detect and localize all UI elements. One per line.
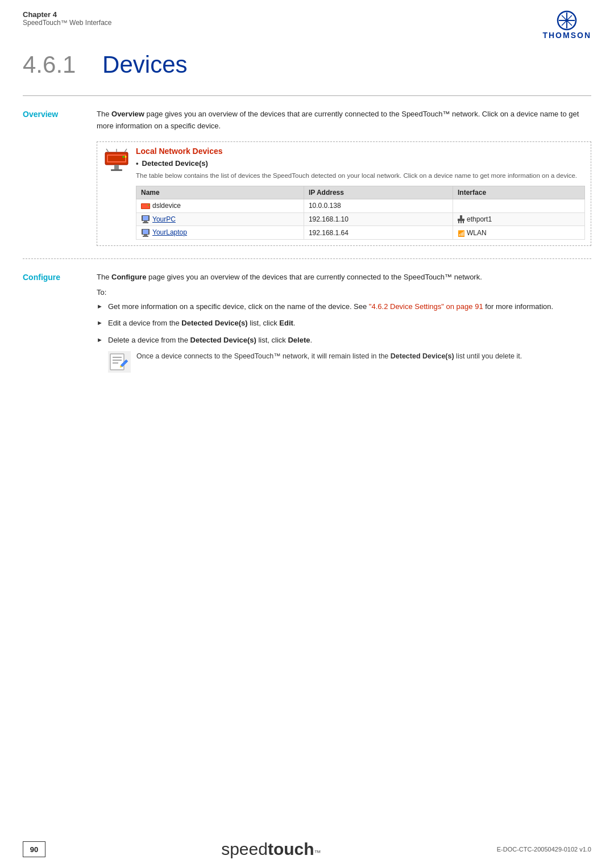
svg-point-4	[123, 156, 125, 157]
device-settings-link[interactable]: "4.6.2 Device Settings" on page 91	[369, 302, 483, 311]
footer-logo: speedtouch™	[221, 840, 321, 859]
bullet-arrow-1: ►	[97, 302, 103, 311]
bullet-text-3: Delete a device from the Detected Device…	[108, 335, 312, 346]
note-text: Once a device connects to the SpeedTouch…	[136, 351, 522, 362]
to-label: To:	[97, 288, 591, 297]
device-table: Name IP Address Interface dsldevice10.0.…	[136, 186, 585, 240]
footer-doc-number: E-DOC-CTC-20050429-0102 v1.0	[497, 846, 591, 853]
svg-point-5	[125, 156, 127, 157]
lnd-content-col: Local Network Devices Detected Device(s)…	[136, 142, 591, 246]
col-name: Name	[136, 186, 304, 199]
device-name-cell[interactable]: YourPC	[136, 212, 304, 226]
bullet-arrow-3: ►	[97, 335, 103, 345]
device-ip-cell: 10.0.0.138	[304, 199, 453, 212]
table-row: YourLaptop192.168.1.64📶WLAN	[136, 226, 585, 240]
svg-point-13	[148, 205, 149, 206]
section-number: 4.6.1	[23, 51, 76, 78]
logo-speed: speed	[221, 840, 268, 859]
svg-rect-16	[144, 221, 147, 222]
lnd-icon-col	[97, 142, 136, 246]
device-name-cell[interactable]: YourLaptop	[136, 226, 304, 240]
chapter-label: Chapter 4	[23, 10, 112, 19]
svg-line-8	[106, 149, 109, 152]
svg-rect-17	[143, 222, 148, 223]
svg-line-10	[125, 149, 127, 152]
lnd-detected-label: Detected Device(s)	[136, 159, 585, 168]
thomson-logo: THOMSON	[542, 10, 591, 40]
svg-rect-3	[108, 156, 125, 161]
table-row: dsldevice10.0.0.138	[136, 199, 585, 212]
lnd-title: Local Network Devices	[136, 147, 585, 156]
device-name-text: dsldevice	[152, 202, 181, 210]
thomson-icon	[557, 10, 577, 31]
device-name-cell: dsldevice	[136, 199, 304, 212]
section-title: 4.6.1 Devices	[23, 51, 591, 78]
lnd-box: Local Network Devices Detected Device(s)…	[97, 141, 591, 247]
device-link[interactable]: YourPC	[152, 215, 176, 223]
svg-rect-7	[111, 169, 122, 171]
col-interface: Interface	[453, 186, 585, 199]
device-interface-cell: ethport1	[453, 212, 585, 226]
lnd-description: The table below contains the list of dev…	[136, 171, 585, 180]
svg-rect-25	[144, 235, 147, 236]
ethernet-icon	[458, 215, 464, 223]
svg-text:📶: 📶	[458, 229, 464, 237]
svg-rect-20	[458, 221, 459, 223]
note-pencil-icon	[109, 352, 130, 372]
svg-rect-15	[143, 216, 148, 220]
svg-rect-6	[114, 165, 119, 169]
svg-rect-26	[143, 236, 148, 237]
interface-label: ethport1	[467, 215, 492, 223]
overview-intro: The Overview page gives you an overview …	[97, 108, 591, 132]
bullet-3: ► Delete a device from the Detected Devi…	[97, 335, 591, 346]
overview-body: The Overview page gives you an overview …	[97, 108, 591, 246]
note-icon	[108, 351, 131, 373]
col-ip: IP Address	[304, 186, 453, 199]
configure-intro: The Configure page gives you an overview…	[97, 272, 591, 283]
logo-touch: touch	[268, 840, 314, 859]
network-devices-icon	[104, 148, 129, 177]
router-icon	[141, 202, 150, 210]
computer-icon	[141, 229, 150, 237]
device-link[interactable]: YourLaptop	[152, 228, 187, 236]
svg-rect-22	[463, 221, 464, 223]
device-interface-cell	[453, 199, 585, 212]
device-interface-cell: 📶WLAN	[453, 226, 585, 240]
page-header: Chapter 4 SpeedTouch™ Web Interface THOM…	[0, 0, 614, 40]
svg-rect-21	[460, 221, 462, 223]
chapter-info: Chapter 4 SpeedTouch™ Web Interface	[23, 10, 112, 27]
bullet-text-1: Get more information on a specific devic…	[108, 301, 553, 312]
overview-section: Overview The Overview page gives you an …	[23, 96, 591, 259]
bullet-1: ► Get more information on a specific dev…	[97, 301, 591, 312]
svg-rect-24	[143, 229, 148, 234]
configure-label: Configure	[23, 272, 97, 373]
main-content: 4.6.1 Devices Overview The Overview page…	[0, 40, 614, 385]
bullet-2: ► Edit a device from the Detected Device…	[97, 318, 591, 329]
wlan-icon: 📶	[458, 229, 464, 237]
computer-icon	[141, 215, 150, 223]
svg-rect-18	[460, 215, 462, 219]
configure-section: Configure The Configure page gives you a…	[23, 259, 591, 385]
device-ip-cell: 192.168.1.10	[304, 212, 453, 226]
svg-rect-28	[110, 354, 124, 370]
configure-body: The Configure page gives you an overview…	[97, 272, 591, 373]
svg-rect-19	[458, 219, 464, 221]
thomson-text: THOMSON	[542, 31, 591, 40]
interface-label: WLAN	[467, 229, 487, 237]
note-box: Once a device connects to the SpeedTouch…	[108, 351, 591, 373]
device-ip-cell: 192.168.1.64	[304, 226, 453, 240]
section-title-text: Devices	[102, 51, 187, 78]
logo-tm: ™	[314, 849, 321, 857]
bullet-text-2: Edit a device from the Detected Device(s…	[108, 318, 295, 329]
configure-bullets: ► Get more information on a specific dev…	[97, 301, 591, 346]
bullet-arrow-2: ►	[97, 318, 103, 328]
table-row: YourPC192.168.1.10ethport1	[136, 212, 585, 226]
chapter-subtitle: SpeedTouch™ Web Interface	[23, 19, 112, 27]
page-footer: 90 speedtouch™ E-DOC-CTC-20050429-0102 v…	[0, 831, 614, 868]
page-number: 90	[23, 841, 45, 857]
overview-label: Overview	[23, 108, 97, 246]
